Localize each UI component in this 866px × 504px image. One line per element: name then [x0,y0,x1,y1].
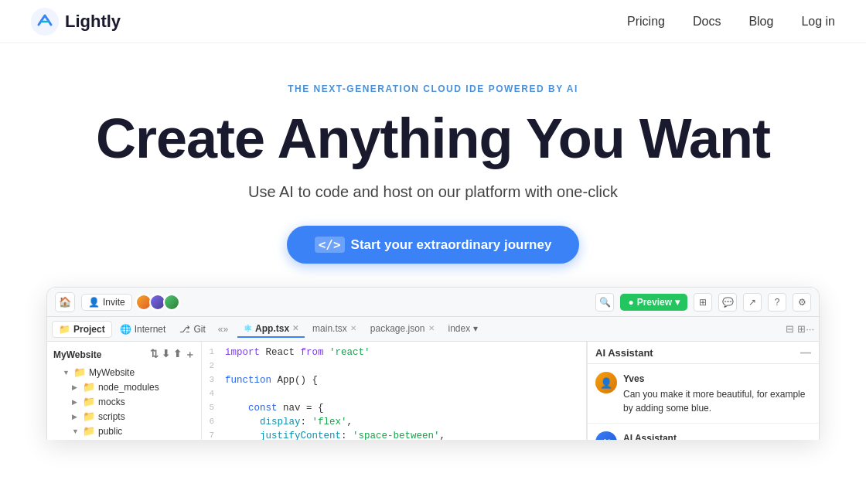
hero-cta-button[interactable]: </> Start your extraordinary journey [287,226,580,264]
ai-message-content: AI Assistant [623,431,677,440]
sidebar-upload-icon[interactable]: ⬆ [173,348,182,362]
tree-item-mywebsite[interactable]: ▼ 📁 MyWebsite [47,365,201,380]
nav-link-blog[interactable]: Blog [748,15,773,29]
chat-icon-btn[interactable]: 💬 [718,293,737,312]
invite-label: Invite [103,297,125,308]
hero-eyebrow: THE NEXT-GENERATION CLOUD IDE POWERED BY… [288,83,578,94]
sidebar-add-icon[interactable]: ＋ [185,348,195,362]
tree-label-scripts: scripts [98,411,125,422]
ide-topbar-right: 🔍 ● Preview ▾ ⊞ 💬 ↗ ? ⚙ [595,293,811,312]
tab-project[interactable]: 📁 Project [52,321,112,338]
sidebar-actions: ⇅ ⬇ ⬆ ＋ [150,348,195,362]
close-tab-main[interactable]: ✕ [350,324,356,332]
panel-tabs: 📁 Project 🌐 Internet ⎇ Git [52,321,212,338]
user-avatar: 👤 [595,372,617,393]
ai-panel-title: AI Assistant [595,347,653,359]
folder-icon-mocks: 📁 [83,396,95,407]
ai-assistant-panel: AI Assistant — 👤 Yves Can you make it mo… [587,342,819,440]
code-line-5: 5 const nav = { [202,402,586,416]
tree-item-node-modules[interactable]: ▶ 📁 node_modules [47,380,201,394]
tree-label-node-modules: node_modules [98,382,159,393]
tab-project-label: Project [73,324,105,335]
preview-dot: ● [628,297,633,308]
folder-icon-public: 📁 [83,425,95,437]
ai-avatar: AI [595,431,617,440]
user-message-content: Yves Can you make it more beautiful, for… [623,372,811,415]
chevron-node-modules: ▶ [72,383,80,391]
login-link[interactable]: Log in [801,10,835,33]
invite-button[interactable]: 👤 Invite [81,294,132,311]
collapse-sidebar-btn[interactable]: «» [215,324,231,335]
ai-user-message: 👤 Yves Can you make it more beautiful, f… [588,364,819,424]
tree-item-mocks[interactable]: ▶ 📁 mocks [47,394,201,409]
preview-chevron: ▾ [675,297,680,308]
sidebar-download-icon[interactable]: ⬇ [162,348,170,362]
code-line-4: 4 [202,388,586,402]
chevron-public: ▼ [72,427,80,435]
sidebar-header: MyWebsite ⇅ ⬇ ⬆ ＋ [47,346,201,365]
tree-item-index-html[interactable]: ⬡ index.html [47,438,201,440]
search-icon-btn[interactable]: 🔍 [595,293,614,312]
file-tab-app-tsx[interactable]: ⚛ App.tsx ✕ [237,321,305,338]
ide-tabs-bar: 📁 Project 🌐 Internet ⎇ Git «» ⚛ App.tsx … [47,317,819,342]
code-line-6: 6 display: 'flex', [202,416,586,430]
globe-icon: 🌐 [120,324,131,335]
tree-label-mocks: mocks [98,397,125,407]
home-icon[interactable]: 🏠 [55,292,75,312]
sidebar-project-name: MyWebsite [53,349,101,360]
logo-icon [31,8,59,36]
file-tab-index-label: index [448,323,471,334]
close-tab-package[interactable]: ✕ [428,324,435,332]
user-avatar-emoji: 👤 [600,377,612,389]
file-tab-package-label: package.json [370,323,425,334]
share-icon-btn[interactable]: ↗ [743,293,762,312]
tree-item-scripts[interactable]: ▶ 📁 scripts [47,409,201,424]
file-tab-index[interactable]: index ▾ [442,321,485,338]
file-tab-main-tsx[interactable]: main.tsx ✕ [306,321,363,338]
more-options-btn[interactable]: ··· [806,323,814,335]
sidebar-sort-icon[interactable]: ⇅ [150,348,159,362]
split-vertical-icon[interactable]: ⊞ [797,323,806,335]
nav-link-docs[interactable]: Docs [693,15,721,29]
user-message-name: Yves [623,372,811,386]
code-line-3: 3 function App() { [202,374,586,388]
help-icon-btn[interactable]: ? [768,293,786,312]
ai-panel-close-btn[interactable]: — [800,346,811,359]
tree-label-public: public [98,426,122,437]
folder-icon-scripts: 📁 [83,410,95,422]
tab-git[interactable]: ⎇ Git [173,322,211,337]
code-line-7: 7 justifyContent: 'space-between', [202,430,586,440]
ide-preview: 🏠 👤 Invite 🔍 ● Preview ▾ ⊞ 💬 ↗ ? ⚙ [46,287,820,440]
settings-icon-btn[interactable]: ⚙ [793,293,811,312]
ide-topbar-left: 🏠 👤 Invite [55,292,180,312]
file-tab-package-json[interactable]: package.json ✕ [364,321,441,338]
nav-links: Pricing Docs Blog Log in [627,10,835,33]
code-line-2: 2 [202,360,586,374]
nav-link-pricing[interactable]: Pricing [627,15,665,29]
tab-internet-label: Internet [135,324,166,335]
logo[interactable]: Lightly [31,8,121,36]
invite-person-icon: 👤 [88,297,100,308]
ai-assistant-message: AI AI Assistant [588,424,819,440]
code-editor[interactable]: 1 import React from 'react' 2 3 function… [202,342,587,440]
tab-internet[interactable]: 🌐 Internet [114,322,172,337]
file-tabs: ⚛ App.tsx ✕ main.tsx ✕ package.json ✕ in… [237,321,484,338]
ai-avatar-icon: AI [602,438,610,440]
ide-file-sidebar: MyWebsite ⇅ ⬇ ⬆ ＋ ▼ 📁 MyWebsite ▶ 📁 node… [47,342,202,440]
chevron-scripts: ▶ [72,413,80,421]
layout-icons: ⊟ ⊞ [786,323,806,335]
close-tab-app[interactable]: ✕ [292,324,298,332]
split-horizontal-icon[interactable]: ⊟ [786,323,794,335]
cta-label: Start your extraordinary journey [351,237,552,253]
hero-subtitle: Use AI to code and host on our platform … [248,183,618,201]
file-tab-app-label: App.tsx [255,323,289,334]
logo-text: Lightly [65,12,121,32]
ai-message-name: AI Assistant [623,431,677,440]
tree-item-public[interactable]: ▼ 📁 public [47,424,201,438]
layout-split-icon-btn[interactable]: ⊞ [694,293,712,312]
hero-title: Create Anything You Want [96,108,770,169]
code-line-1: 1 import React from 'react' [202,346,586,360]
avatar-3 [163,294,180,311]
preview-button[interactable]: ● Preview ▾ [620,294,687,311]
ide-body: MyWebsite ⇅ ⬇ ⬆ ＋ ▼ 📁 MyWebsite ▶ 📁 node… [47,342,819,440]
